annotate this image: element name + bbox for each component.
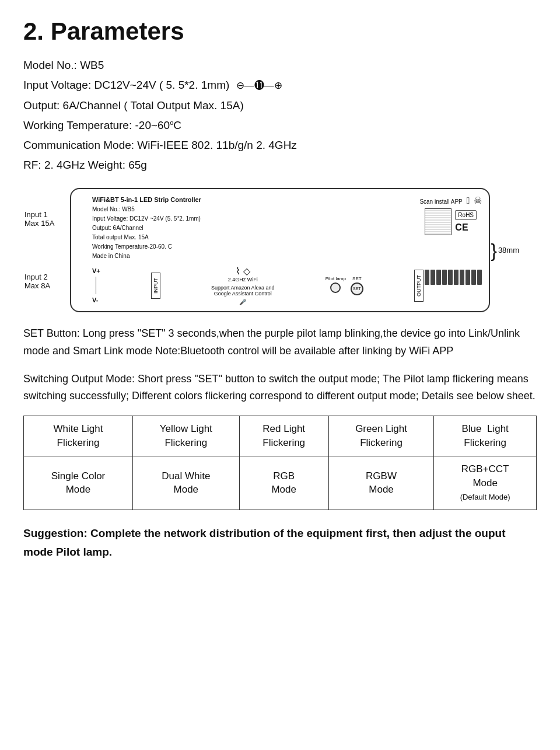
dimension-label: } 38mm: [491, 241, 519, 260]
table-mode-row: Single ColorMode Dual WhiteMode RGBMode …: [24, 456, 537, 510]
parameters-section: Model No.: WB5 Input Voltage: DC12V~24V …: [23, 56, 537, 175]
set-button-description: SET Button: Long press "SET" 3 seconds,w…: [23, 325, 537, 360]
device-box: WiFi&BT 5-in-1 LED Strip Controller Mode…: [70, 188, 490, 313]
input1-label: Input 1 Max 15A: [24, 210, 54, 228]
output-mode-table: White LightFlickering Yellow LightFlicke…: [23, 416, 537, 510]
model-param: Model No.: WB5: [23, 56, 537, 75]
input-labels: Input 1 Max 15A Input 2 Max 8A: [24, 188, 54, 313]
voltage-labels: V+ V-: [92, 267, 100, 304]
pilot-lamp: [330, 282, 341, 293]
qr-code: [425, 208, 452, 235]
header-blue: Blue LightFlickering: [434, 416, 537, 456]
rf-weight-param: RF: 2. 4GHz Weight: 65g: [23, 156, 537, 175]
set-button[interactable]: SET: [351, 282, 363, 295]
terminal-block: OUTPUT: [414, 270, 482, 302]
device-diagram: Input 1 Max 15A Input 2 Max 8A WiFi&BT 5…: [70, 188, 490, 313]
input-label: INPUT: [151, 273, 160, 299]
mode-single-color: Single ColorMode: [24, 456, 133, 510]
communication-param: Communication Mode: WiFi-IEEE 802. 11b/g…: [23, 136, 537, 155]
voltage-param: Input Voltage: DC12V~24V ( 5. 5*2. 1mm) …: [23, 76, 537, 95]
mode-rgb: RGBMode: [239, 456, 328, 510]
header-green: Green LightFlickering: [328, 416, 434, 456]
input2-label: Input 2 Max 8A: [24, 273, 54, 290]
header-red: Red LightFlickering: [239, 416, 328, 456]
ce-mark: CE: [455, 222, 477, 233]
page-title: 2. Parameters: [23, 18, 537, 46]
mode-rgb-cct: RGB+CCTMode(Default Mode): [434, 456, 537, 510]
header-white: White LightFlickering: [24, 416, 133, 456]
header-yellow: Yellow LightFlickering: [132, 416, 239, 456]
mode-rgbw: RGBWMode: [328, 456, 434, 510]
device-specs: WiFi&BT 5-in-1 LED Strip Controller Mode…: [92, 195, 201, 261]
table-header-row: White LightFlickering Yellow LightFlicke…: [24, 416, 537, 456]
pilot-set-area: Pilot lamp SET SET: [326, 276, 363, 295]
suggestion-text: Suggestion: Complete the network distrib…: [23, 524, 537, 562]
rohs-badge: RoHS: [455, 210, 477, 220]
switching-description: Switching Output Mode: Short press "SET"…: [23, 371, 537, 405]
temperature-param: Working Temperature: -20~60oC: [23, 116, 537, 135]
scan-label: Scan install APP  ☠: [419, 195, 482, 206]
output-param: Output: 6A/Channel ( Total Output Max. 1…: [23, 96, 537, 115]
wifi-area: ⌇ ◇ 2.4GHz WiFi Support Amazon Alexa and…: [211, 266, 275, 305]
mode-dual-white: Dual WhiteMode: [132, 456, 239, 510]
